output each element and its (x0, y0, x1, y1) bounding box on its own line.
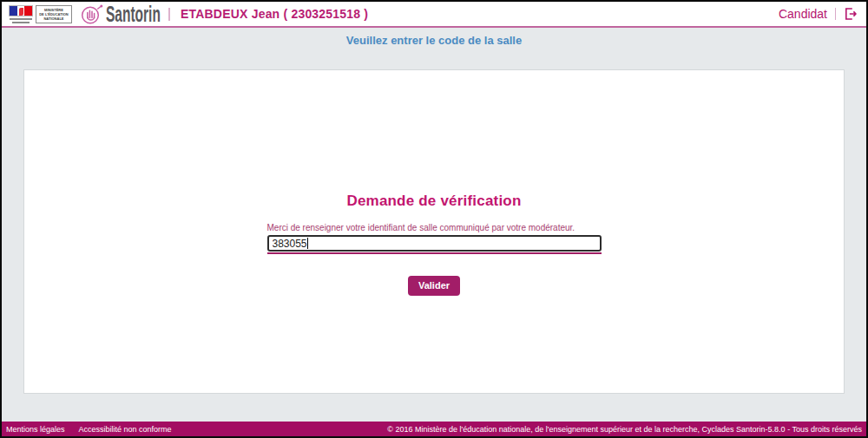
footer: Mentions légales Accessibilité non confo… (2, 422, 866, 436)
app-window: MINISTÈRE DE L'ÉDUCATION NATIONALE Santo… (0, 0, 868, 438)
page-subtitle: Veuillez entrer le code de la salle (346, 34, 522, 47)
motto-line (12, 22, 30, 23)
ministry-line: NATIONALE (37, 16, 70, 21)
main-area: Demande de vérification Merci de renseig… (2, 53, 866, 422)
top-header: MINISTÈRE DE L'ÉDUCATION NATIONALE Santo… (2, 2, 866, 28)
validate-button[interactable]: Valider (408, 276, 460, 296)
logged-in-user: ETABDEUX Jean ( 2303251518 ) (181, 7, 368, 21)
footer-link-mentions-legales[interactable]: Mentions légales (6, 425, 65, 434)
header-brand-group: MINISTÈRE DE L'ÉDUCATION NATIONALE Santo… (9, 2, 368, 26)
footer-copyright: © 2016 Ministère de l'éducation national… (387, 425, 862, 434)
room-code-input-wrap (267, 235, 602, 252)
french-republic-flag-icon (9, 5, 33, 23)
ministry-logo: MINISTÈRE DE L'ÉDUCATION NATIONALE (9, 5, 72, 23)
app-name: Santorin (106, 3, 139, 25)
input-focus-underline (267, 252, 602, 254)
text-caret (307, 238, 308, 249)
logout-button[interactable] (844, 7, 858, 21)
motto-line (10, 18, 32, 20)
page-title: Demande de vérification (267, 193, 602, 210)
header-divider (168, 8, 170, 21)
verification-form: Demande de vérification Merci de renseig… (267, 193, 602, 296)
footer-link-accessibilite[interactable]: Accessibilité non conforme (79, 425, 172, 434)
page-subtitle-band: Veuillez entrer le code de la salle (2, 28, 866, 53)
logout-icon (844, 7, 858, 21)
ministry-name-box: MINISTÈRE DE L'ÉDUCATION NATIONALE (36, 5, 72, 23)
footer-links: Mentions légales Accessibilité non confo… (6, 425, 172, 434)
room-code-label: Merci de renseigner votre identifiant de… (267, 223, 602, 232)
santorin-logo: Santorin (81, 3, 160, 25)
content-card: Demande de vérification Merci de renseig… (23, 69, 845, 394)
flag-stripes (9, 5, 33, 16)
marianne-mark (19, 8, 23, 16)
role-candidat-link[interactable]: Candidat (779, 7, 827, 21)
header-actions: Candidat (779, 7, 858, 21)
room-code-input[interactable] (267, 235, 602, 252)
santorin-hand-icon (81, 3, 104, 25)
ministry-line: DE L'ÉDUCATION (37, 12, 70, 16)
header-divider (835, 8, 836, 20)
